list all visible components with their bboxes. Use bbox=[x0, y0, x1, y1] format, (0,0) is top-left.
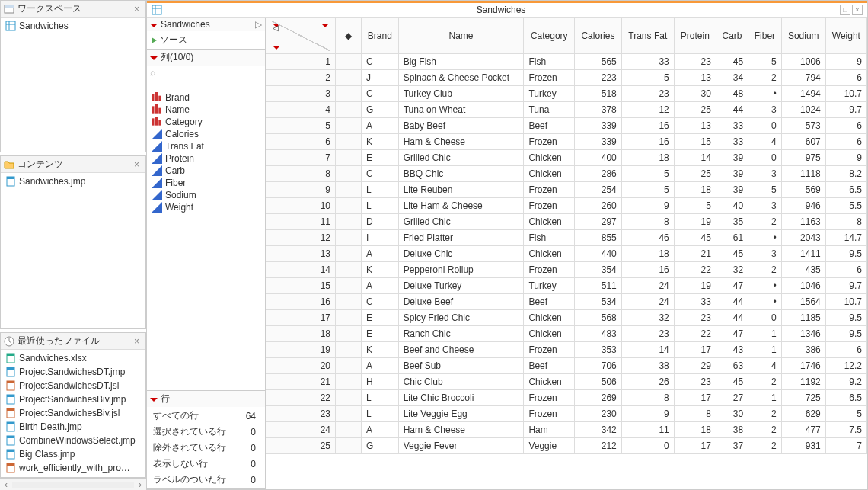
row-state[interactable] bbox=[336, 326, 362, 342]
recent-file-item[interactable]: ProjectSandwichesBiv.jsl bbox=[1, 406, 145, 420]
grid-cell[interactable]: 24 bbox=[621, 294, 674, 310]
recent-file-item[interactable]: ProjectSandwichesBiv.jmp bbox=[1, 392, 145, 406]
row-number[interactable]: 3 bbox=[266, 86, 336, 102]
row-state[interactable] bbox=[336, 422, 362, 438]
row-state[interactable] bbox=[336, 246, 362, 262]
grid-cell[interactable]: 5 bbox=[674, 198, 716, 214]
grid-cell[interactable]: Chicken bbox=[524, 326, 575, 342]
recent-file-item[interactable]: Big Class.jmp bbox=[1, 447, 145, 461]
grid-cell[interactable]: 477 bbox=[781, 422, 825, 438]
grid-cell[interactable]: 223 bbox=[575, 70, 622, 86]
grid-cell[interactable]: 725 bbox=[781, 390, 825, 406]
scroll-right-arrow[interactable]: › bbox=[134, 479, 146, 490]
grid-cell[interactable]: 1118 bbox=[781, 166, 825, 182]
disclosure-icon[interactable] bbox=[150, 398, 158, 402]
grid-cell[interactable]: 15 bbox=[674, 134, 716, 150]
row-state-header[interactable]: ◆ bbox=[336, 18, 362, 54]
column-item[interactable]: Name bbox=[147, 104, 265, 116]
row-number[interactable]: 1 bbox=[266, 54, 336, 70]
grid-cell[interactable]: 254 bbox=[575, 182, 622, 198]
grid-cell[interactable]: Fried Platter bbox=[398, 230, 524, 246]
grid-cell[interactable]: I bbox=[362, 230, 399, 246]
grid-cell[interactable]: 212 bbox=[575, 438, 622, 454]
grid-cell[interactable]: Lite Chic Broccoli bbox=[398, 390, 524, 406]
corner-menu-icon[interactable] bbox=[273, 46, 280, 50]
row-state[interactable] bbox=[336, 358, 362, 374]
grid-cell[interactable]: 565 bbox=[575, 54, 622, 70]
grid-cell[interactable]: 260 bbox=[575, 198, 622, 214]
grid-cell[interactable]: 3 bbox=[748, 166, 782, 182]
grid-cell[interactable]: 46 bbox=[621, 230, 674, 246]
column-item[interactable]: Category bbox=[147, 116, 265, 128]
grid-cell[interactable]: 19 bbox=[674, 214, 716, 230]
grid-cell[interactable]: 1024 bbox=[781, 102, 825, 118]
grid-cell[interactable]: Chicken bbox=[524, 150, 575, 166]
grid-cell[interactable]: 23 bbox=[674, 54, 716, 70]
grid-cell[interactable]: BBQ Chic bbox=[398, 166, 524, 182]
grid-cell[interactable]: 6.5 bbox=[825, 182, 866, 198]
column-item[interactable]: Fiber bbox=[147, 177, 265, 189]
grid-cell[interactable]: 946 bbox=[781, 198, 825, 214]
grid-cell[interactable]: 5 bbox=[748, 54, 782, 70]
row-number[interactable]: 11 bbox=[266, 214, 336, 230]
grid-cell[interactable]: 3 bbox=[748, 102, 782, 118]
grid-cell[interactable]: 45 bbox=[716, 246, 748, 262]
grid-cell[interactable]: 1 bbox=[748, 390, 782, 406]
grid-cell[interactable]: D bbox=[362, 214, 399, 230]
grid-cell[interactable]: 18 bbox=[621, 246, 674, 262]
row-state[interactable] bbox=[336, 262, 362, 278]
grid-cell[interactable]: 5.5 bbox=[825, 198, 866, 214]
grid-cell[interactable]: 339 bbox=[575, 134, 622, 150]
column-header[interactable]: Trans Fat bbox=[621, 18, 674, 54]
row-number[interactable]: 22 bbox=[266, 390, 336, 406]
row-state[interactable] bbox=[336, 438, 362, 454]
grid-cell[interactable]: 34 bbox=[716, 70, 748, 86]
grid-cell[interactable]: 386 bbox=[781, 342, 825, 358]
grid-cell[interactable]: 400 bbox=[575, 150, 622, 166]
recent-file-item[interactable]: CombineWindowsSelect.jmp bbox=[1, 434, 145, 447]
grid-cell[interactable]: Beef bbox=[524, 294, 575, 310]
grid-cell[interactable]: 9.5 bbox=[825, 246, 866, 262]
rows-stat-row[interactable]: 選択されている行0 bbox=[148, 424, 263, 439]
column-header[interactable]: Brand bbox=[362, 18, 399, 54]
grid-cell[interactable]: 1 bbox=[748, 342, 782, 358]
grid-cell[interactable]: 1494 bbox=[781, 86, 825, 102]
row-number[interactable]: 10 bbox=[266, 198, 336, 214]
grid-cell[interactable]: • bbox=[748, 86, 782, 102]
row-state[interactable] bbox=[336, 294, 362, 310]
row-state[interactable] bbox=[336, 150, 362, 166]
grid-cell[interactable]: 33 bbox=[716, 118, 748, 134]
grid-cell[interactable]: 18 bbox=[674, 422, 716, 438]
grid-cell[interactable]: 17 bbox=[674, 438, 716, 454]
grid-cell[interactable]: Frozen bbox=[524, 134, 575, 150]
grid-cell[interactable]: 435 bbox=[781, 262, 825, 278]
grid-cell[interactable]: 25 bbox=[674, 102, 716, 118]
grid-cell[interactable]: 0 bbox=[621, 438, 674, 454]
grid-cell[interactable]: 9.5 bbox=[825, 310, 866, 326]
grid-cell[interactable]: A bbox=[362, 422, 399, 438]
grid-cell[interactable]: 339 bbox=[575, 118, 622, 134]
grid-cell[interactable]: Fish bbox=[524, 230, 575, 246]
grid-cell[interactable]: 45 bbox=[674, 230, 716, 246]
grid-cell[interactable]: 269 bbox=[575, 390, 622, 406]
grid-cell[interactable]: Fish bbox=[524, 54, 575, 70]
grid-cell[interactable]: Frozen bbox=[524, 342, 575, 358]
grid-cell[interactable]: 354 bbox=[575, 262, 622, 278]
grid-cell[interactable]: 23 bbox=[621, 326, 674, 342]
row-number[interactable]: 6 bbox=[266, 134, 336, 150]
grid-cell[interactable]: Turkey bbox=[524, 278, 575, 294]
data-grid-scroll[interactable]: ◁◆BrandNameCategoryCaloriesTrans FatProt… bbox=[266, 18, 867, 489]
contents-item[interactable]: Sandwiches.jmp bbox=[1, 175, 145, 188]
grid-cell[interactable]: 569 bbox=[781, 182, 825, 198]
grid-cell[interactable]: 2 bbox=[748, 374, 782, 390]
grid-cell[interactable]: 6 bbox=[825, 134, 866, 150]
row-number[interactable]: 7 bbox=[266, 150, 336, 166]
grid-cell[interactable]: 2 bbox=[748, 438, 782, 454]
left-hscrollbar[interactable]: ‹ › bbox=[0, 478, 146, 490]
column-item[interactable]: Carb bbox=[147, 165, 265, 177]
grid-cell[interactable]: Tuna on Wheat bbox=[398, 102, 524, 118]
grid-cell[interactable]: L bbox=[362, 182, 399, 198]
grid-cell[interactable]: 855 bbox=[575, 230, 622, 246]
row-number[interactable]: 24 bbox=[266, 422, 336, 438]
grid-cell[interactable]: 33 bbox=[674, 294, 716, 310]
